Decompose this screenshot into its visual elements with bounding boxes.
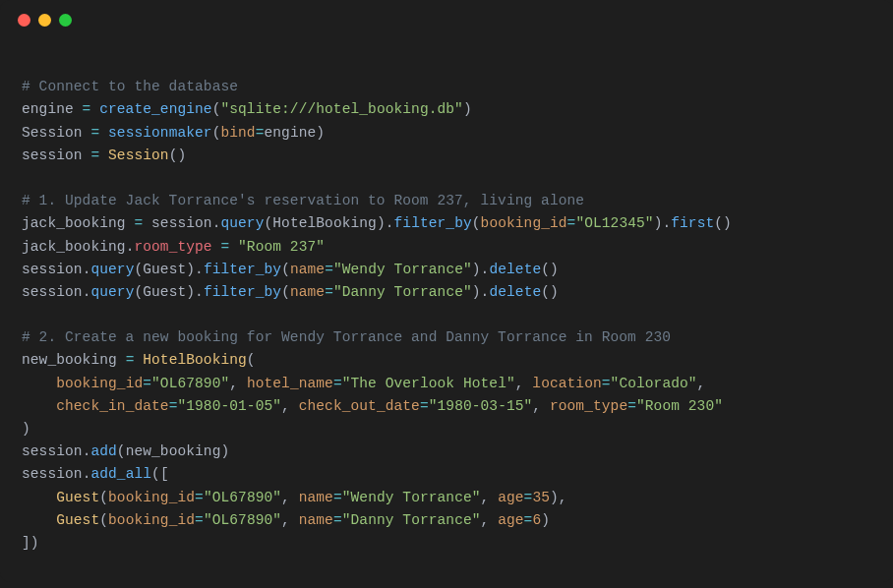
code-token: ( [472,215,481,231]
code-token: "Wendy Torrance" [342,490,481,505]
code-token: ) [377,215,386,231]
code-token: "Colorado" [611,376,697,391]
code-token: ( [264,215,272,231]
code-token: session [22,262,83,277]
code-token: ( [247,352,256,368]
code-token: create_engine [99,101,211,117]
code-token: Guest [143,284,186,300]
code-token: hotel_name [247,376,333,391]
code-token: query [90,284,134,300]
code-token: "Danny Torrance" [342,512,481,528]
code-token: = [602,376,611,391]
code-token: ( [117,443,126,459]
code-token: = [420,398,429,414]
indent [22,376,56,391]
code-token: "Room 230" [636,398,723,414]
code-token: ) [472,284,481,300]
code-token: , [697,376,706,391]
code-token: = [212,239,238,255]
code-token: HotelBooking [143,352,247,368]
code-token: = [325,262,333,277]
code-token: booking_id [56,376,143,391]
code-token: ) [186,284,195,300]
code-token: ] [22,535,30,551]
code-token: . [195,284,204,300]
code-token: ) [177,147,186,163]
code-token: name [299,490,333,505]
code-token: ( [281,284,290,300]
code-token: engine [22,101,74,117]
code-token: session [151,215,212,231]
minimize-icon[interactable] [38,14,51,27]
code-token: jack_booking [22,215,126,231]
zoom-icon[interactable] [59,14,72,27]
code-token: ( [134,262,143,277]
code-token: Session [108,147,169,163]
code-token: = [83,147,108,163]
code-token: ) [472,262,481,277]
code-token: ) [463,101,472,117]
code-token: , [281,398,299,414]
code-token: = [143,376,151,391]
code-token: room_type [550,398,627,414]
code-token: "OL12345" [575,215,653,231]
code-token: , [515,376,533,391]
code-token: ) [723,215,732,231]
code-token: ( [714,215,723,231]
code-comment: # Connect to the database [22,79,238,94]
code-token: ( [99,512,108,528]
code-token: ) [550,490,559,505]
code-token: . [195,262,204,277]
code-token: "Wendy Torrance" [333,262,472,277]
code-token: jack_booking [22,239,126,255]
code-token: . [386,215,394,231]
code-token: Guest [143,262,186,277]
code-token: 6 [532,512,541,528]
code-token: Session [22,125,83,141]
code-token: session [22,147,83,163]
code-token: = [256,125,265,141]
code-token: ) [316,125,325,141]
code-token: sessionmaker [108,125,212,141]
code-token: "Room 237" [238,239,325,255]
code-token: "OL67890" [204,512,281,528]
code-token: ) [22,421,30,437]
code-token: query [90,262,134,277]
code-token: booking_id [108,490,195,505]
code-comment: # 1. Update Jack Torrance's reservation … [22,193,584,208]
code-token: HotelBooking [272,215,377,231]
code-token: name [290,262,325,277]
indent [22,490,56,505]
code-token: location [532,376,601,391]
code-token: . [662,215,671,231]
code-token: age [498,490,523,505]
code-token: ( [99,490,108,505]
code-token: filter_by [204,262,281,277]
code-token: add [90,443,116,459]
code-token: name [290,284,325,300]
code-token: "OL67890" [151,376,229,391]
code-token: new_booking [126,443,221,459]
code-token: ( [541,262,550,277]
code-token: delete [489,284,541,300]
code-token: age [498,512,523,528]
close-icon[interactable] [18,14,30,27]
code-token: delete [489,262,541,277]
code-token: = [333,490,342,505]
code-token: ( [281,262,290,277]
code-token: ( [151,466,160,482]
code-token: ( [541,284,550,300]
code-token: = [333,376,342,391]
code-area: # Connect to the database engine = creat… [0,39,893,582]
code-token: "1980-03-15" [429,398,533,414]
code-token: ) [30,535,39,551]
code-token: , [281,512,299,528]
code-token: "Danny Torrance" [333,284,472,300]
code-token: , [532,398,550,414]
code-token: ) [220,443,229,459]
code-token: new_booking [22,352,117,368]
code-token: = [627,398,636,414]
code-token: check_out_date [299,398,420,414]
window-titlebar [0,0,893,39]
code-token: , [559,490,567,505]
